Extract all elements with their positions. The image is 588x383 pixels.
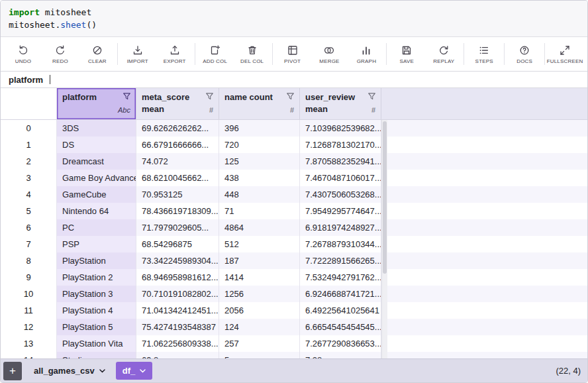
row-index-cell[interactable]: 8	[1, 252, 57, 269]
toolbar-button-replay[interactable]: REPLAY	[425, 38, 462, 70]
table-cell[interactable]: 7.5324942791762...	[300, 269, 381, 286]
table-cell[interactable]: 448	[219, 186, 300, 203]
table-cell[interactable]: 66.6791666666...	[136, 137, 219, 153]
table-cell[interactable]: Nintendo 64	[57, 203, 136, 219]
toolbar-button-steps[interactable]: STEPS	[466, 38, 503, 70]
vertical-scrollbar[interactable]	[381, 120, 387, 358]
row-index-cell[interactable]: 3	[1, 170, 57, 186]
row-index-cell[interactable]: 2	[1, 153, 57, 170]
table-cell[interactable]: 69.8	[136, 352, 219, 358]
table-cell[interactable]: 69.6262626262...	[136, 120, 219, 137]
table-cell[interactable]: 7.8705882352941...	[300, 153, 381, 170]
column-header-meta-score[interactable]: meta_scoremean#	[136, 88, 219, 119]
table-cell[interactable]: 7.2677290836653...	[300, 335, 381, 352]
toolbar-button-redo[interactable]: REDO	[42, 38, 79, 70]
row-index-cell[interactable]: 14	[1, 352, 57, 358]
table-cell[interactable]: 7.2678879310344...	[300, 236, 381, 252]
table-cell[interactable]: 7.38	[300, 352, 381, 358]
table-cell[interactable]: 68.6210045662...	[136, 170, 219, 186]
toolbar-button-clear[interactable]: CLEAR	[79, 38, 116, 70]
formula-bar[interactable]: platform	[1, 72, 587, 88]
table-cell[interactable]: 396	[219, 120, 300, 137]
table-cell[interactable]: PlayStation 2	[57, 269, 136, 286]
table-cell[interactable]: PlayStation 3	[57, 286, 136, 302]
table-cell[interactable]: PlayStation 4	[57, 302, 136, 319]
column-header-platform[interactable]: platformAbc	[57, 88, 136, 119]
table-cell[interactable]: 1256	[219, 286, 300, 302]
toolbar-button-del-col[interactable]: DEL COL	[234, 38, 271, 70]
table-cell[interactable]: 73.342245989304...	[136, 252, 219, 269]
table-cell[interactable]: 71.7979029605...	[136, 219, 219, 236]
toolbar-button-add-col[interactable]: ADD COL	[197, 38, 234, 70]
table-cell[interactable]: 187	[219, 252, 300, 269]
table-cell[interactable]: 68.54296875	[136, 236, 219, 252]
filter-icon[interactable]	[368, 92, 376, 104]
row-index-cell[interactable]: 13	[1, 335, 57, 352]
table-cell[interactable]: 71	[219, 203, 300, 219]
toolbar-button-pivot[interactable]: PIVOT	[274, 38, 311, 70]
row-index-cell[interactable]: 6	[1, 219, 57, 236]
table-cell[interactable]: 74.072	[136, 153, 219, 170]
toolbar-button-graph[interactable]: GRAPH	[348, 38, 385, 70]
table-cell[interactable]: 1414	[219, 269, 300, 286]
table-cell[interactable]: 70.710191082802...	[136, 286, 219, 302]
table-cell[interactable]: 7.4307506053268...	[300, 186, 381, 203]
table-cell[interactable]: 78.436619718309...	[136, 203, 219, 219]
toolbar-button-docs[interactable]: DOCS	[506, 38, 543, 70]
table-cell[interactable]: 720	[219, 137, 300, 153]
table-cell[interactable]: PlayStation Vita	[57, 335, 136, 352]
table-cell[interactable]: 7.1039682539682...	[300, 120, 381, 137]
table-cell[interactable]: 7.4670487106017...	[300, 170, 381, 186]
table-cell[interactable]: PlayStation	[57, 252, 136, 269]
toolbar-button-merge[interactable]: MERGE	[311, 38, 348, 70]
table-cell[interactable]: DS	[57, 137, 136, 153]
table-cell[interactable]: 68.946958981612...	[136, 269, 219, 286]
table-cell[interactable]: 125	[219, 153, 300, 170]
table-cell[interactable]: PSP	[57, 236, 136, 252]
row-index-cell[interactable]: 12	[1, 319, 57, 335]
table-cell[interactable]: 5	[219, 352, 300, 358]
add-sheet-button[interactable]: +	[3, 362, 22, 380]
table-cell[interactable]: Stadia	[57, 352, 136, 358]
table-cell[interactable]: 6.9246688741721...	[300, 286, 381, 302]
toolbar-button-export[interactable]: EXPORT	[156, 38, 193, 70]
row-index-cell[interactable]: 0	[1, 120, 57, 137]
sheet-tab-df-[interactable]: df_	[116, 362, 153, 380]
table-cell[interactable]: 70.953125	[136, 186, 219, 203]
table-cell[interactable]: 257	[219, 335, 300, 352]
table-cell[interactable]: 71.062256809338...	[136, 335, 219, 352]
toolbar-button-undo[interactable]: UNDO	[5, 38, 42, 70]
table-cell[interactable]: GameCube	[57, 186, 136, 203]
table-cell[interactable]: 6.6654545454545...	[300, 319, 381, 335]
row-index-cell[interactable]: 7	[1, 236, 57, 252]
code-cell[interactable]: import mitosheet mitosheet.sheet()	[1, 1, 587, 37]
toolbar-button-fullscreen[interactable]: FULLSCREEN	[546, 38, 583, 70]
table-cell[interactable]: 71.041342412451...	[136, 302, 219, 319]
filter-icon[interactable]	[205, 92, 214, 104]
table-cell[interactable]: PC	[57, 219, 136, 236]
sheet-tab-all-games-csv[interactable]: all_games_csv	[27, 362, 112, 380]
column-header-name-count[interactable]: name count#	[219, 88, 300, 119]
table-cell[interactable]: 7.9549295774647...	[300, 203, 381, 219]
table-cell[interactable]: Dreamcast	[57, 153, 136, 170]
table-cell[interactable]: 7.1268781302170...	[300, 137, 381, 153]
row-index-cell[interactable]: 5	[1, 203, 57, 219]
table-cell[interactable]: 438	[219, 170, 300, 186]
table-cell[interactable]: 124	[219, 319, 300, 335]
toolbar-button-save[interactable]: SAVE	[388, 38, 425, 70]
table-cell[interactable]: PlayStation 5	[57, 319, 136, 335]
table-cell[interactable]: 6.9181974248927...	[300, 219, 381, 236]
column-header-user-review[interactable]: user_reviewmean#	[300, 88, 381, 119]
filter-icon[interactable]	[286, 92, 295, 104]
table-cell[interactable]: 512	[219, 236, 300, 252]
table-cell[interactable]: 6.49225641025641	[300, 302, 381, 319]
row-index-cell[interactable]: 11	[1, 302, 57, 319]
table-cell[interactable]: 75.4274193548387	[136, 319, 219, 335]
table-cell[interactable]: 3DS	[57, 120, 136, 137]
row-index-cell[interactable]: 10	[1, 286, 57, 302]
table-cell[interactable]: Game Boy Advance	[57, 170, 136, 186]
table-cell[interactable]: 7.7222891566265...	[300, 252, 381, 269]
scrollbar-thumb[interactable]	[383, 121, 387, 274]
toolbar-button-import[interactable]: IMPORT	[119, 38, 156, 70]
table-cell[interactable]: 2056	[219, 302, 300, 319]
